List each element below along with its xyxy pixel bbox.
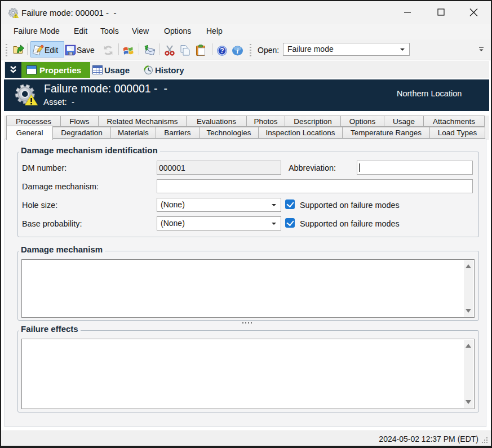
svg-text:?: ? bbox=[220, 47, 224, 55]
